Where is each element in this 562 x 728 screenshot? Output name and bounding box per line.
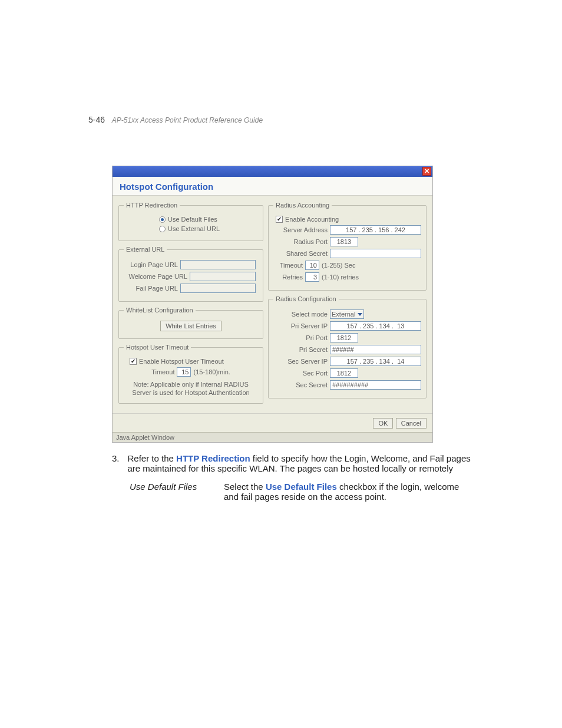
enable-accounting-checkbox[interactable]: ✔ bbox=[276, 216, 283, 223]
radius-config-group: Radius Configuration Select mode Externa… bbox=[268, 295, 427, 398]
page-number: 5-46 bbox=[88, 115, 105, 124]
pri-port-label: Pri Port bbox=[273, 334, 328, 341]
use-default-files-radio[interactable] bbox=[159, 216, 166, 223]
acct-timeout-input[interactable] bbox=[305, 261, 319, 270]
radius-accounting-legend: Radius Accounting bbox=[273, 202, 332, 209]
sec-port-label: Sec Port bbox=[273, 370, 328, 377]
definition-text: Select the Use Default Files checkbox if… bbox=[224, 482, 474, 502]
pri-port-input[interactable] bbox=[330, 333, 358, 342]
status-bar: Java Applet Window bbox=[113, 432, 432, 442]
white-list-entries-button[interactable]: White List Entries bbox=[160, 321, 222, 331]
sec-server-ip-input[interactable] bbox=[330, 357, 421, 366]
cancel-button[interactable]: Cancel bbox=[396, 418, 427, 429]
sec-secret-label: Sec Secret bbox=[273, 381, 328, 388]
pri-secret-input[interactable] bbox=[330, 345, 421, 354]
definition-row: Use Default Files Select the Use Default… bbox=[130, 482, 474, 502]
use-external-url-radio[interactable] bbox=[159, 226, 166, 232]
shared-secret-label: Shared Secret bbox=[273, 250, 328, 257]
dialog-title: Hotspot Configuration bbox=[113, 177, 432, 196]
definition-term: Use Default Files bbox=[130, 482, 206, 502]
radius-accounting-group: Radius Accounting ✔ Enable Accounting Se… bbox=[268, 202, 427, 291]
use-default-files-ref: Use Default Files bbox=[266, 482, 337, 492]
select-mode-dropdown[interactable]: External bbox=[330, 309, 364, 319]
whitelist-group: WhiteList Configuration White List Entri… bbox=[118, 307, 263, 339]
chevron-down-icon bbox=[358, 313, 362, 316]
external-url-legend: External URL bbox=[124, 246, 167, 253]
acct-timeout-label: Timeout bbox=[273, 262, 303, 269]
ok-button[interactable]: OK bbox=[373, 418, 393, 429]
login-page-url-label: Login Page URL bbox=[124, 261, 178, 268]
item-number: 3. bbox=[112, 453, 120, 473]
titlebar: ✕ bbox=[113, 166, 432, 177]
welcome-page-url-label: Welcome Page URL bbox=[124, 273, 187, 280]
external-url-group: External URL Login Page URL Welcome Page… bbox=[118, 246, 263, 302]
server-address-input[interactable] bbox=[330, 225, 421, 235]
retries-label: Retries bbox=[273, 274, 303, 281]
http-redirection-group: HTTP Redirection Use Default Files Use E… bbox=[118, 202, 263, 241]
enable-accounting-label: Enable Accounting bbox=[285, 216, 339, 223]
radius-config-legend: Radius Configuration bbox=[273, 295, 339, 302]
acct-timeout-unit: (1-255) Sec bbox=[322, 262, 355, 269]
pri-server-ip-input[interactable] bbox=[330, 321, 421, 331]
shared-secret-input[interactable] bbox=[330, 249, 421, 258]
sec-secret-input[interactable] bbox=[330, 380, 421, 390]
fail-page-url-input bbox=[180, 284, 256, 293]
welcome-page-url-input bbox=[190, 272, 256, 281]
page-header-title: AP-51xx Access Point Product Reference G… bbox=[112, 116, 263, 124]
retries-input[interactable] bbox=[305, 272, 319, 282]
retries-unit: (1-10) retries bbox=[322, 274, 359, 281]
timeout-label: Timeout bbox=[151, 368, 174, 375]
close-icon[interactable]: ✕ bbox=[422, 167, 431, 176]
select-mode-label: Select mode bbox=[273, 311, 328, 318]
item-text: Refer to the HTTP Redirection field to s… bbox=[128, 453, 474, 473]
enable-hotspot-timeout-label: Enable Hotspot User Timeout bbox=[139, 358, 224, 365]
hotspot-config-dialog: ✕ Hotspot Configuration HTTP Redirection… bbox=[112, 166, 433, 443]
enable-hotspot-timeout-checkbox[interactable]: ✔ bbox=[130, 358, 137, 365]
fail-page-url-label: Fail Page URL bbox=[124, 285, 178, 292]
timeout-note: Note: Applicable only if Internal RADIUS… bbox=[124, 380, 258, 397]
use-default-files-label: Use Default Files bbox=[168, 216, 217, 223]
list-item: 3. Refer to the HTTP Redirection field t… bbox=[112, 453, 474, 473]
use-external-url-label: Use External URL bbox=[168, 225, 220, 232]
radius-port-input[interactable] bbox=[330, 237, 358, 246]
pri-secret-label: Pri Secret bbox=[273, 346, 328, 353]
http-redirection-ref: HTTP Redirection bbox=[176, 453, 250, 463]
timeout-input[interactable] bbox=[177, 367, 191, 377]
pri-server-ip-label: Pri Server IP bbox=[273, 322, 328, 330]
hotspot-timeout-legend: Hotspot User Timeout bbox=[124, 344, 191, 351]
radius-port-label: Radius Port bbox=[273, 238, 328, 245]
login-page-url-input bbox=[180, 260, 256, 269]
timeout-unit: (15-180)min. bbox=[193, 368, 230, 375]
http-redirection-legend: HTTP Redirection bbox=[124, 202, 180, 209]
page-header: 5-46 AP-51xx Access Point Product Refere… bbox=[88, 115, 474, 124]
whitelist-legend: WhiteList Configuration bbox=[124, 307, 196, 314]
select-mode-value: External bbox=[332, 311, 355, 318]
dialog-footer: OK Cancel bbox=[113, 413, 432, 432]
server-address-label: Server Address bbox=[273, 226, 328, 233]
sec-server-ip-label: Sec Server IP bbox=[273, 358, 328, 365]
sec-port-input[interactable] bbox=[330, 368, 358, 378]
hotspot-timeout-group: Hotspot User Timeout ✔ Enable Hotspot Us… bbox=[118, 344, 263, 404]
